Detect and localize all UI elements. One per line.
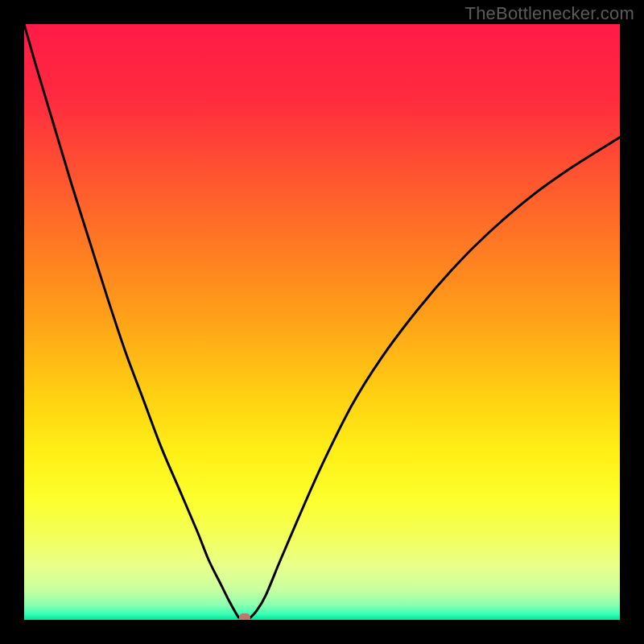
plot-area [24, 24, 620, 620]
minimum-marker [239, 613, 250, 620]
watermark-text: TheBottlenecker.com [465, 3, 634, 24]
chart-stage: TheBottlenecker.com [0, 0, 644, 644]
bottleneck-curve [24, 24, 620, 620]
